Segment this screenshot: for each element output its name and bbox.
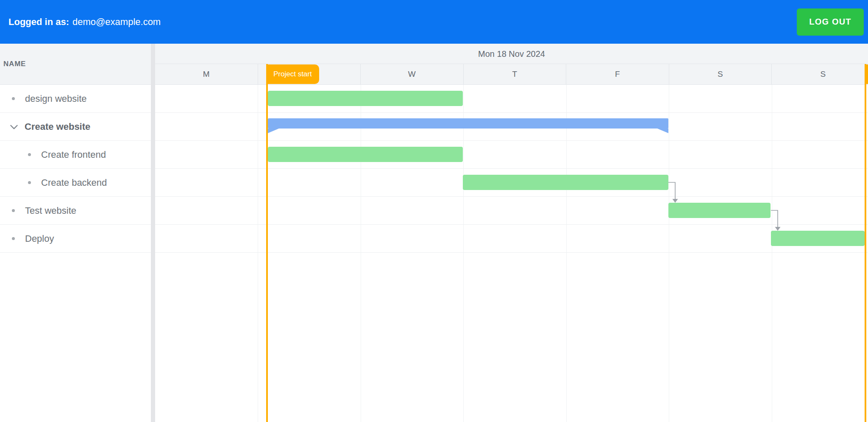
bullet-icon: [12, 237, 15, 240]
task-row-design-website[interactable]: design website: [0, 85, 151, 113]
task-label: Deploy: [25, 233, 54, 244]
summary-tab-right: [657, 129, 668, 133]
task-label: Test website: [25, 205, 76, 216]
task-row-test-website[interactable]: Test website: [0, 197, 151, 225]
task-row-create-frontend[interactable]: Create frontend: [0, 141, 151, 169]
topbar: Logged in as:demo@example.com LOG OUT: [0, 0, 868, 44]
day-cell: S: [669, 64, 772, 84]
dependency-arrows-svg: [155, 85, 868, 422]
gantt-bar-create-website[interactable]: [268, 118, 668, 129]
day-cell: M: [155, 64, 258, 84]
gridline-vertical: [772, 85, 772, 422]
bullet-icon: [12, 97, 15, 100]
bullet-icon: [28, 181, 31, 184]
chevron-down-icon[interactable]: [8, 121, 19, 132]
task-label: Create website: [25, 121, 90, 132]
task-row-create-backend[interactable]: Create backend: [0, 169, 151, 197]
bullet-icon: [12, 209, 15, 212]
gantt-bar-create-backend[interactable]: [463, 175, 668, 190]
marker-badge-project-start: Project start: [266, 64, 319, 84]
gantt-bar-design-website[interactable]: [268, 91, 463, 106]
main-area: NAME design websiteCreate websiteCreate …: [0, 44, 868, 422]
logged-in-email: demo@example.com: [72, 17, 161, 27]
gridline-horizontal: [155, 140, 868, 141]
task-row-deploy[interactable]: Deploy: [0, 225, 151, 253]
task-label: design website: [25, 93, 87, 104]
timeline-week-label: Mon 18 Nov 2024: [155, 44, 868, 64]
logged-in-label: Logged in as:: [8, 17, 69, 27]
day-cell: S: [772, 64, 868, 84]
marker-line-marker-2: [865, 64, 866, 422]
logout-button[interactable]: LOG OUT: [797, 8, 864, 36]
timeline-day-scale: MTWTFSS: [155, 64, 868, 85]
gantt-chart: Mon 18 Nov 2024 MTWTFSS Project start: [155, 44, 868, 422]
gridline-horizontal: [155, 168, 868, 169]
dependency-arrow-head: [673, 199, 678, 203]
summary-tab-left: [268, 129, 279, 133]
gridline-horizontal: [155, 112, 868, 113]
task-label: Create frontend: [41, 149, 106, 160]
marker-badge-marker-2: [865, 64, 868, 84]
gantt-bar-create-frontend[interactable]: [268, 147, 463, 162]
gridline-vertical: [258, 85, 258, 422]
task-label: Create backend: [41, 177, 107, 188]
name-column-header: NAME: [0, 44, 151, 85]
panel-resize-splitter[interactable]: [151, 44, 155, 422]
dependency-arrow-line: [668, 182, 675, 199]
day-cell: F: [566, 64, 669, 84]
day-cell: W: [361, 64, 464, 84]
gridline-vertical: [566, 85, 567, 422]
task-grid-panel: NAME design websiteCreate websiteCreate …: [0, 44, 151, 422]
gridline-vertical: [669, 85, 669, 422]
gridline-horizontal: [155, 196, 868, 197]
login-info: Logged in as:demo@example.com: [8, 17, 161, 28]
marker-line-project-start: [266, 64, 268, 422]
day-cell: T: [464, 64, 567, 84]
gridline-horizontal: [155, 224, 868, 225]
gantt-bar-test-website[interactable]: [668, 203, 771, 218]
dependency-arrow-head: [775, 227, 781, 231]
bullet-icon: [28, 153, 31, 156]
gridline-vertical: [361, 85, 361, 422]
gridline-vertical: [463, 85, 464, 422]
task-grid-rows: design websiteCreate websiteCreate front…: [0, 85, 151, 253]
task-row-create-website[interactable]: Create website: [0, 113, 151, 141]
gridline-horizontal: [155, 252, 868, 253]
gantt-chart-body: [155, 85, 868, 422]
gantt-bar-deploy[interactable]: [771, 231, 865, 246]
